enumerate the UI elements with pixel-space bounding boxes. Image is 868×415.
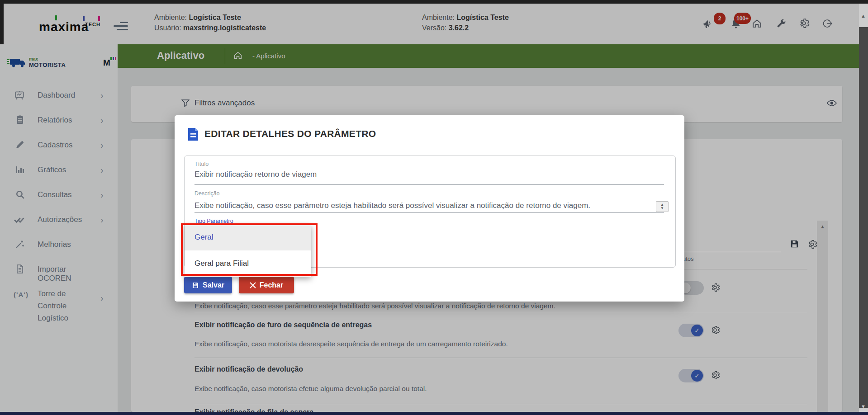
document-blue-icon [187,127,199,141]
annotation-highlight-box [181,223,318,276]
descricao-input[interactable]: Exibe notificação, caso esse parâmetro e… [194,201,590,210]
titulo-underline [194,184,664,185]
browser-scrollbar[interactable]: ▲ ▼ [859,4,868,412]
save-button-label: Salvar [203,281,224,289]
floppy-icon [192,282,199,289]
close-button[interactable]: Fechar [239,277,294,293]
save-button[interactable]: Salvar [184,277,232,293]
close-x-icon [250,282,256,288]
window-bottom-edge [0,412,868,415]
modal-title: EDITAR DETALHES DO PARÂMETRO [204,128,376,139]
window-top-edge [0,0,868,4]
app-root: maxima TECH Ambiente: Logística Teste Us… [0,0,868,415]
stepper-down-icon: ▼ [660,207,664,210]
descricao-underline [194,212,664,213]
titulo-label: Título [194,161,209,167]
titulo-input[interactable]: Exibir notificação retorno de viagem [194,170,317,179]
close-button-label: Fechar [260,281,283,289]
stepper-control[interactable]: ▲▼ [656,201,669,212]
scrollbar-thumb[interactable] [859,27,868,408]
descricao-label: Descrição [194,190,220,197]
scrollbar-down-icon[interactable]: ▼ [861,404,866,409]
scrollbar-up-icon[interactable]: ▲ [861,14,866,19]
